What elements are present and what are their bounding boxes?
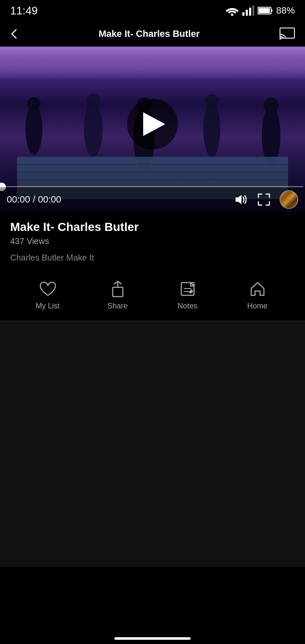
svg-point-12 (84, 102, 103, 157)
notes-icon-container (178, 280, 197, 298)
volume-icon[interactable] (232, 192, 248, 208)
svg-point-10 (25, 104, 42, 155)
home-indicator (114, 637, 191, 640)
time-separator: / (33, 194, 38, 205)
home-icon-container (248, 280, 267, 298)
content-area (0, 321, 305, 567)
share-icon-container (108, 280, 127, 298)
svg-point-17 (205, 94, 219, 108)
play-icon (143, 112, 165, 136)
cast-icon (280, 28, 295, 40)
svg-rect-27 (113, 287, 123, 297)
cast-button[interactable] (278, 25, 297, 43)
page-title: Make It- Charles Butler (20, 28, 278, 39)
back-button[interactable] (8, 28, 20, 40)
top-nav: Make It- Charles Butler (0, 21, 305, 47)
my-list-button[interactable]: My List (13, 280, 83, 311)
video-player[interactable]: 00:00 / 00:00 (0, 47, 305, 212)
heart-icon (39, 280, 57, 297)
video-info: Make It- Charles Butler 437 Views Charle… (0, 212, 305, 271)
svg-point-11 (27, 97, 41, 111)
battery-percent: 88% (276, 5, 295, 16)
controls-right (232, 190, 298, 209)
svg-point-13 (86, 94, 100, 108)
notes-label: Notes (177, 302, 197, 311)
video-views: 437 Views (10, 236, 295, 246)
controls-bar: 00:00 / 00:00 (0, 187, 305, 212)
my-list-icon (39, 280, 57, 298)
back-icon (8, 28, 20, 40)
status-icons: 88% (225, 5, 295, 16)
fullscreen-icon[interactable] (256, 192, 272, 208)
svg-point-16 (203, 102, 220, 157)
home-button[interactable]: Home (222, 280, 292, 311)
home-icon (249, 280, 266, 298)
play-button[interactable] (127, 99, 178, 150)
status-time: 11:49 (10, 4, 38, 17)
home-label: Home (247, 302, 267, 311)
svg-point-0 (231, 14, 233, 16)
quality-icon[interactable] (280, 190, 298, 209)
svg-rect-6 (271, 9, 272, 12)
svg-rect-3 (249, 8, 251, 16)
time-display: 00:00 / 00:00 (7, 194, 61, 205)
svg-rect-1 (242, 12, 244, 16)
current-time: 00:00 (7, 194, 30, 205)
action-buttons: My List Share Notes (0, 271, 305, 321)
signal-icon (242, 6, 254, 16)
svg-rect-7 (258, 8, 270, 13)
status-bar: 11:49 88% (0, 0, 305, 21)
video-description: Charles Butler Make It (10, 253, 295, 263)
total-time: 00:00 (38, 194, 61, 205)
svg-point-19 (263, 97, 279, 113)
my-list-label: My List (36, 302, 60, 311)
svg-rect-2 (246, 10, 248, 16)
share-button[interactable]: Share (83, 280, 152, 311)
battery-icon (258, 6, 273, 15)
notes-button[interactable]: Notes (152, 280, 222, 311)
wifi-icon (225, 6, 239, 16)
share-label: Share (107, 302, 128, 311)
svg-rect-4 (252, 6, 254, 16)
notes-icon (179, 280, 197, 298)
svg-point-18 (262, 106, 280, 165)
video-title: Make It- Charles Butler (10, 220, 295, 234)
share-icon (109, 280, 126, 298)
